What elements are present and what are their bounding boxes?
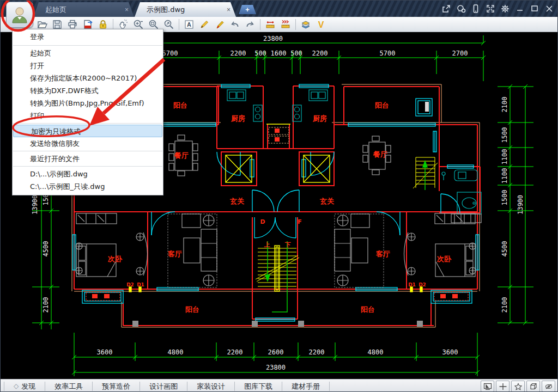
minimize-button[interactable] (512, 2, 527, 15)
menu-item-print[interactable]: 打印 (13, 109, 163, 122)
zoom-window-icon (148, 19, 159, 30)
star-icon (514, 383, 523, 390)
display-mode-button[interactable] (481, 381, 494, 392)
save-icon (52, 19, 63, 30)
dim-label: 13900 (31, 195, 39, 215)
open-folder-icon (37, 19, 47, 30)
measure-button[interactable] (263, 18, 278, 31)
text-a-icon: A (184, 19, 195, 30)
door-tag: D1 (408, 282, 416, 287)
measure-continuous-icon (280, 19, 291, 30)
dim-label: 1100 (501, 168, 508, 184)
diamond-icon: ◇ (14, 382, 19, 391)
zoom-extents-button[interactable] (161, 18, 177, 31)
menu-item-encrypt-readonly[interactable]: 加密为只读格式 (13, 125, 162, 137)
measure-icon (265, 19, 276, 30)
share-button[interactable] (439, 2, 453, 15)
redo-button[interactable] (242, 18, 258, 31)
dim-label: 1100 (501, 149, 508, 165)
bottom-tab-material-handbook[interactable]: 建材手册 (282, 382, 330, 391)
new-tab-button[interactable]: + (239, 5, 256, 14)
menu-item-save-as-version[interactable]: 保存为指定版本(R2000~R2017) (13, 72, 163, 84)
tab-drawing[interactable]: 示例图.dwg × (135, 2, 236, 17)
room-label-kitchen: 厨房 (312, 114, 327, 122)
vip-button[interactable]: V (313, 18, 329, 31)
stair-up-label: 上 (264, 241, 270, 248)
dim-label: 4500 (501, 241, 508, 257)
menu-item-recent-file-2[interactable]: C:\...\示例图_只读.dwg (13, 180, 163, 195)
layers-icon (300, 19, 311, 30)
undo-button[interactable] (227, 18, 242, 31)
menu-item-send-wechat[interactable]: 发送给微信朋友 (13, 137, 163, 150)
close-button[interactable] (542, 2, 556, 15)
maximize-icon (530, 4, 539, 14)
menu-item-login[interactable]: 登录 (13, 29, 163, 44)
vip-v-icon: V (316, 19, 326, 30)
dim-label: 500 (290, 50, 302, 57)
dim-label: 23800 (266, 364, 286, 371)
dim-label: 4800 (168, 348, 184, 356)
dim-label: 3600 (97, 348, 113, 356)
cube-3d-icon (529, 383, 538, 390)
eye-icon (544, 383, 553, 390)
bottom-tab-efficiency-tools[interactable]: 效率工具 (45, 382, 93, 391)
pan-hand-icon (118, 19, 129, 30)
dim-label: 2200 (227, 348, 243, 356)
stair-down-label: 下 (285, 241, 292, 248)
dim-label: 2100 (42, 297, 50, 313)
room-label-balcony: 阳台 (375, 101, 389, 109)
bottom-tab-budget-cost[interactable]: 预算造价 (93, 382, 140, 391)
favorite-button[interactable] (511, 381, 525, 392)
measure-continuous-button[interactable] (278, 18, 293, 31)
gear-icon (500, 4, 510, 14)
dim-label: 2200 (231, 50, 246, 57)
wechat-button[interactable] (453, 2, 468, 15)
maximize-button[interactable] (527, 2, 542, 15)
text-annotate-button[interactable]: A (181, 18, 197, 31)
bottom-tab-gallery-download[interactable]: 图库下载 (235, 382, 282, 391)
washing-machine-detail (425, 102, 429, 112)
view-3d-button[interactable] (526, 381, 540, 392)
bottom-tab-discover[interactable]: ◇ 发现 (4, 382, 45, 391)
menu-separator (13, 151, 162, 151)
user-avatar-icon (9, 4, 30, 25)
menu-item-recent-file-1[interactable]: D:\...\示例图.dwg (13, 168, 163, 180)
room-label-bedroom: 次卧 (436, 255, 452, 263)
tab-close-icon[interactable]: × (227, 6, 231, 14)
brush-button[interactable] (212, 18, 227, 31)
crosshair-button[interactable] (496, 381, 510, 392)
tab-start-page[interactable]: 起始页 × (33, 2, 134, 17)
visibility-button[interactable] (542, 381, 555, 392)
layers-button[interactable] (298, 18, 313, 31)
tab-close-icon[interactable]: × (125, 6, 129, 14)
fullscreen-button[interactable] (483, 2, 498, 15)
room-label-balcony: 阳台 (185, 305, 199, 314)
svg-text:A: A (187, 21, 191, 28)
dim-label: 2600 (268, 348, 284, 356)
crosshair-icon (499, 383, 507, 390)
user-avatar-button[interactable] (6, 2, 33, 28)
room-label-entry: 玄关 (229, 197, 245, 205)
dim-label: 4800 (368, 348, 384, 356)
dim-label: 3600 (442, 348, 458, 356)
settings-button[interactable] (498, 2, 512, 15)
menu-item-convert-image[interactable]: 转换为图片(Bmp,Jpg,Png,Gif,Emf) (13, 97, 163, 109)
dim-label: 2200 (312, 50, 328, 57)
pencil-button[interactable] (197, 18, 212, 31)
menu-separator (13, 123, 162, 124)
tab-label: 示例图.dwg (147, 5, 185, 15)
bottom-tab-design-drawing[interactable]: 设计画图 (140, 382, 187, 391)
menu-item-convert-dxf-dwf[interactable]: 转换为DXF,DWF格式 (13, 84, 163, 97)
dim-label: 23800 (263, 35, 283, 42)
menu-item-start-page[interactable]: 起始页 (13, 47, 163, 59)
bottom-tab-home-design[interactable]: 家装设计 (187, 382, 235, 391)
mobile-button[interactable] (468, 2, 483, 15)
share-icon (441, 4, 451, 14)
wechat-icon (456, 4, 466, 14)
bottom-tab-label: 发现 (21, 382, 35, 391)
dim-label: 5700 (162, 50, 178, 57)
room-label-kitchen: 厨房 (231, 114, 245, 122)
room-label-dining: 餐厅 (373, 150, 387, 158)
menu-item-recent-files[interactable]: 最近打开的文件 (13, 152, 163, 165)
menu-item-open[interactable]: 打开 (13, 59, 163, 72)
